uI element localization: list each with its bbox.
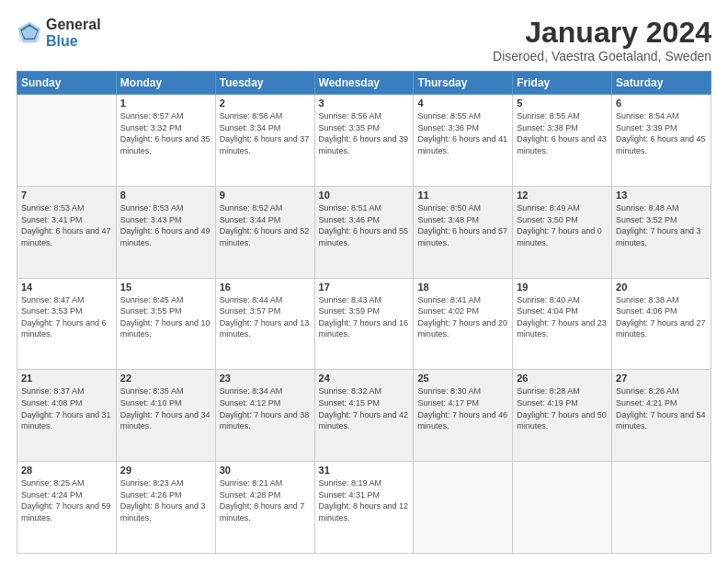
day-number: 2: [220, 98, 311, 109]
day-number: 23: [220, 373, 311, 384]
table-row: 25Sunrise: 8:30 AMSunset: 4:17 PMDayligh…: [414, 370, 513, 462]
table-row: 30Sunrise: 8:21 AMSunset: 4:28 PMDayligh…: [215, 462, 314, 554]
day-info: Sunrise: 8:53 AMSunset: 3:41 PMDaylight:…: [21, 202, 112, 248]
table-row: [513, 462, 612, 554]
header-thursday: Thursday: [414, 72, 513, 95]
table-row: [17, 95, 117, 187]
header-sunday: Sunday: [17, 72, 117, 95]
calendar-week-row: 21Sunrise: 8:37 AMSunset: 4:08 PMDayligh…: [17, 370, 711, 462]
table-row: 17Sunrise: 8:43 AMSunset: 3:59 PMDayligh…: [314, 278, 414, 370]
table-row: 31Sunrise: 8:19 AMSunset: 4:31 PMDayligh…: [314, 462, 414, 554]
table-row: 23Sunrise: 8:34 AMSunset: 4:12 PMDayligh…: [215, 370, 314, 462]
day-number: 27: [616, 373, 707, 384]
table-row: 9Sunrise: 8:52 AMSunset: 3:44 PMDaylight…: [215, 186, 314, 278]
table-row: 19Sunrise: 8:40 AMSunset: 4:04 PMDayligh…: [513, 278, 612, 370]
day-number: 21: [21, 373, 112, 384]
day-info: Sunrise: 8:38 AMSunset: 4:06 PMDaylight:…: [616, 294, 707, 340]
calendar-week-row: 14Sunrise: 8:47 AMSunset: 3:53 PMDayligh…: [17, 278, 711, 370]
day-info: Sunrise: 8:53 AMSunset: 3:43 PMDaylight:…: [120, 202, 211, 248]
day-info: Sunrise: 8:35 AMSunset: 4:10 PMDaylight:…: [120, 385, 211, 431]
day-number: 24: [319, 373, 410, 384]
day-number: 7: [21, 190, 112, 201]
day-number: 20: [616, 282, 707, 293]
table-row: [414, 462, 513, 554]
calendar-table: Sunday Monday Tuesday Wednesday Thursday…: [17, 71, 711, 554]
table-row: 26Sunrise: 8:28 AMSunset: 4:19 PMDayligh…: [513, 370, 612, 462]
table-row: 6Sunrise: 8:54 AMSunset: 3:39 PMDaylight…: [612, 95, 711, 187]
calendar-week-row: 28Sunrise: 8:25 AMSunset: 4:24 PMDayligh…: [17, 462, 711, 554]
table-row: 15Sunrise: 8:45 AMSunset: 3:55 PMDayligh…: [116, 278, 215, 370]
table-row: 14Sunrise: 8:47 AMSunset: 3:53 PMDayligh…: [17, 278, 117, 370]
day-info: Sunrise: 8:43 AMSunset: 3:59 PMDaylight:…: [319, 294, 410, 340]
table-row: 2Sunrise: 8:56 AMSunset: 3:34 PMDaylight…: [215, 95, 314, 187]
day-info: Sunrise: 8:34 AMSunset: 4:12 PMDaylight:…: [220, 385, 311, 431]
table-row: [612, 462, 711, 554]
day-info: Sunrise: 8:32 AMSunset: 4:15 PMDaylight:…: [319, 385, 410, 431]
day-number: 31: [319, 465, 410, 476]
table-row: 29Sunrise: 8:23 AMSunset: 4:26 PMDayligh…: [116, 462, 215, 554]
day-info: Sunrise: 8:44 AMSunset: 3:57 PMDaylight:…: [220, 294, 311, 340]
day-info: Sunrise: 8:21 AMSunset: 4:28 PMDaylight:…: [220, 477, 311, 523]
day-info: Sunrise: 8:50 AMSunset: 3:48 PMDaylight:…: [417, 202, 508, 248]
day-number: 1: [120, 98, 211, 109]
day-info: Sunrise: 8:47 AMSunset: 3:53 PMDaylight:…: [21, 294, 112, 340]
table-row: 11Sunrise: 8:50 AMSunset: 3:48 PMDayligh…: [414, 186, 513, 278]
table-row: 28Sunrise: 8:25 AMSunset: 4:24 PMDayligh…: [17, 462, 117, 554]
table-row: 24Sunrise: 8:32 AMSunset: 4:15 PMDayligh…: [314, 370, 414, 462]
table-row: 13Sunrise: 8:48 AMSunset: 3:52 PMDayligh…: [612, 186, 711, 278]
table-row: 21Sunrise: 8:37 AMSunset: 4:08 PMDayligh…: [17, 370, 117, 462]
table-row: 7Sunrise: 8:53 AMSunset: 3:41 PMDaylight…: [17, 186, 117, 278]
logo-text: General Blue: [46, 17, 101, 49]
day-info: Sunrise: 8:26 AMSunset: 4:21 PMDaylight:…: [616, 385, 707, 431]
day-number: 28: [21, 465, 112, 476]
calendar-week-row: 7Sunrise: 8:53 AMSunset: 3:41 PMDaylight…: [17, 186, 711, 278]
table-row: 10Sunrise: 8:51 AMSunset: 3:46 PMDayligh…: [314, 186, 414, 278]
header-monday: Monday: [116, 72, 215, 95]
header-friday: Friday: [513, 72, 612, 95]
day-info: Sunrise: 8:48 AMSunset: 3:52 PMDaylight:…: [616, 202, 707, 248]
day-number: 5: [517, 98, 608, 109]
calendar-week-row: 1Sunrise: 8:57 AMSunset: 3:32 PMDaylight…: [17, 95, 711, 187]
table-row: 12Sunrise: 8:49 AMSunset: 3:50 PMDayligh…: [513, 186, 612, 278]
day-number: 10: [319, 190, 410, 201]
day-info: Sunrise: 8:49 AMSunset: 3:50 PMDaylight:…: [517, 202, 608, 248]
day-number: 22: [120, 373, 211, 384]
table-row: 8Sunrise: 8:53 AMSunset: 3:43 PMDaylight…: [116, 186, 215, 278]
day-number: 25: [417, 373, 508, 384]
table-row: 20Sunrise: 8:38 AMSunset: 4:06 PMDayligh…: [612, 278, 711, 370]
header-wednesday: Wednesday: [314, 72, 414, 95]
day-number: 6: [616, 98, 707, 109]
day-info: Sunrise: 8:40 AMSunset: 4:04 PMDaylight:…: [517, 294, 608, 340]
logo: General Blue: [17, 17, 101, 49]
day-info: Sunrise: 8:25 AMSunset: 4:24 PMDaylight:…: [21, 477, 112, 523]
table-row: 16Sunrise: 8:44 AMSunset: 3:57 PMDayligh…: [215, 278, 314, 370]
logo-general-text: General: [46, 17, 101, 33]
table-row: 18Sunrise: 8:41 AMSunset: 4:02 PMDayligh…: [414, 278, 513, 370]
day-number: 19: [517, 282, 608, 293]
day-info: Sunrise: 8:28 AMSunset: 4:19 PMDaylight:…: [517, 385, 608, 431]
day-number: 29: [120, 465, 211, 476]
header: General Blue January 2024 Diseroed, Vaes…: [17, 17, 711, 63]
table-row: 3Sunrise: 8:56 AMSunset: 3:35 PMDaylight…: [314, 95, 414, 187]
day-info: Sunrise: 8:37 AMSunset: 4:08 PMDaylight:…: [21, 385, 112, 431]
day-info: Sunrise: 8:55 AMSunset: 3:38 PMDaylight:…: [517, 110, 608, 156]
title-block: January 2024 Diseroed, Vaestra Goetaland…: [493, 17, 711, 63]
location-subtitle: Diseroed, Vaestra Goetaland, Sweden: [493, 49, 711, 63]
day-number: 12: [517, 190, 608, 201]
day-number: 8: [120, 190, 211, 201]
header-saturday: Saturday: [612, 72, 711, 95]
day-number: 4: [417, 98, 508, 109]
day-number: 30: [220, 465, 311, 476]
table-row: 1Sunrise: 8:57 AMSunset: 3:32 PMDaylight…: [116, 95, 215, 187]
day-number: 9: [220, 190, 311, 201]
table-row: 27Sunrise: 8:26 AMSunset: 4:21 PMDayligh…: [612, 370, 711, 462]
day-number: 15: [120, 282, 211, 293]
day-info: Sunrise: 8:56 AMSunset: 3:34 PMDaylight:…: [220, 110, 311, 156]
day-number: 3: [319, 98, 410, 109]
day-info: Sunrise: 8:30 AMSunset: 4:17 PMDaylight:…: [417, 385, 508, 431]
table-row: 22Sunrise: 8:35 AMSunset: 4:10 PMDayligh…: [116, 370, 215, 462]
day-info: Sunrise: 8:41 AMSunset: 4:02 PMDaylight:…: [417, 294, 508, 340]
logo-icon: [17, 20, 42, 46]
month-title: January 2024: [493, 17, 711, 49]
day-number: 14: [21, 282, 112, 293]
